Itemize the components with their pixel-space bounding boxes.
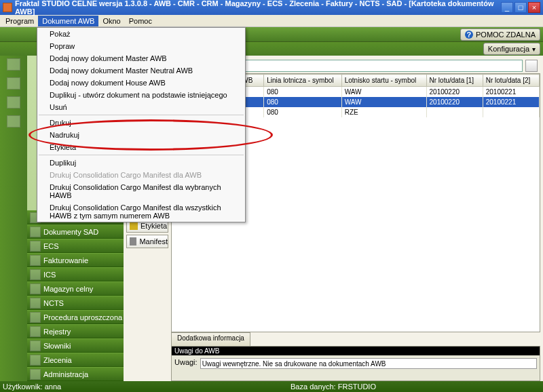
bottom-header: Uwagi do AWB	[172, 347, 540, 355]
menu-item[interactable]: Pokaż	[37, 28, 245, 40]
menu-item[interactable]: Nadrukuj	[37, 129, 245, 141]
filter-go-button[interactable]	[525, 60, 538, 72]
menu-item[interactable]: Popraw	[37, 40, 245, 52]
manifest-button[interactable]: Manifest	[126, 235, 168, 248]
iconbar-item[interactable]	[7, 115, 20, 128]
nav-item[interactable]: Magazyn celny	[27, 281, 124, 296]
window-title: Fraktal STUDIO CELNE wersja 1.3.0.8 - AW…	[15, 0, 501, 16]
maximize-button[interactable]: □	[514, 2, 527, 13]
filter-input[interactable]	[215, 60, 523, 72]
bottom-box: Uwagi do AWB Uwagi:	[171, 346, 540, 381]
tab-extra-info[interactable]: Dodatkowa informacja	[171, 332, 250, 346]
menu-item[interactable]: Usuń	[37, 101, 245, 113]
menu-okno[interactable]: Okno	[98, 16, 124, 26]
config-button[interactable]: Konfiguracja ▾	[483, 43, 540, 55]
iconbar-item[interactable]	[7, 96, 20, 109]
iconbar-item[interactable]	[7, 77, 20, 90]
nav-item[interactable]: Administracja	[27, 367, 124, 381]
menubar: Program Dokument AWB Okno Pomoc	[0, 15, 543, 27]
column-header[interactable]: Nr lotu/data [1]	[426, 75, 483, 87]
menu-item[interactable]: Dodaj nowy dokument Master Neutral AWB	[37, 64, 245, 77]
menu-dokument-awb[interactable]: Dokument AWB	[38, 16, 98, 26]
nav-item[interactable]: Słowniki	[27, 338, 124, 353]
remarks-label: Uwagi:	[174, 358, 198, 369]
menu-item[interactable]: Dodaj nowy dokument Master AWB	[37, 52, 245, 64]
app-icon	[3, 3, 12, 12]
nav-item[interactable]: Zlecenia	[27, 353, 124, 367]
dropdown-menu: PokażPoprawDodaj nowy dokument Master AW…	[37, 27, 246, 222]
manifest-icon	[130, 237, 136, 246]
menu-program[interactable]: Program	[1, 16, 38, 26]
remarks-input[interactable]	[200, 358, 537, 369]
nav-item[interactable]: ECS	[27, 239, 124, 253]
column-header[interactable]: Lotnisko startu - symbol	[341, 75, 426, 87]
iconbar-item[interactable]	[7, 58, 20, 71]
statusbar: Użytkownik: anna Baza danych: FRSTUDIO	[0, 381, 543, 392]
titlebar: Fraktal STUDIO CELNE wersja 1.3.0.8 - AW…	[0, 0, 543, 15]
nav-item[interactable]: Fakturowanie	[27, 253, 124, 267]
menu-pomoc[interactable]: Pomoc	[125, 16, 156, 26]
menu-item[interactable]: Drukuj Consolidation Cargo Manifest dla …	[37, 181, 245, 201]
nav-item[interactable]: ICS	[27, 267, 124, 281]
label-icon	[130, 222, 138, 230]
nav-item[interactable]: NCTS	[27, 296, 124, 310]
question-icon: ?	[465, 31, 473, 39]
close-button[interactable]: ×	[528, 2, 540, 13]
menu-item[interactable]: Etykieta	[37, 141, 245, 153]
menu-item[interactable]: Drukuj Consolidation Cargo Manifest dla …	[37, 169, 245, 181]
menu-item[interactable]: Duplikuj - utwórz dokument na podstawie …	[37, 89, 245, 101]
menu-item[interactable]: Drukuj	[37, 117, 245, 129]
menu-item[interactable]: Duplikuj	[37, 157, 245, 169]
menu-item[interactable]: Dodaj nowy dokument House AWB	[37, 77, 245, 89]
minimize-button[interactable]: _	[501, 2, 513, 13]
nav-item[interactable]: Rejestry	[27, 324, 124, 338]
bottom-tabs: Dodatkowa informacja	[171, 332, 540, 346]
nav-item[interactable]: Dokumenty SAD	[27, 224, 124, 239]
left-iconbar	[0, 56, 27, 381]
menu-item[interactable]: Drukuj Consolidation Cargo Manifest dla …	[37, 201, 245, 222]
column-header[interactable]: Linia lotnicza - symbol	[264, 75, 341, 87]
nav-item[interactable]: Procedura uproszczona	[27, 310, 124, 324]
column-header[interactable]: Nr lotu/data [2]	[483, 75, 539, 87]
help-button[interactable]: ?POMOC ZDALNA	[460, 28, 540, 41]
